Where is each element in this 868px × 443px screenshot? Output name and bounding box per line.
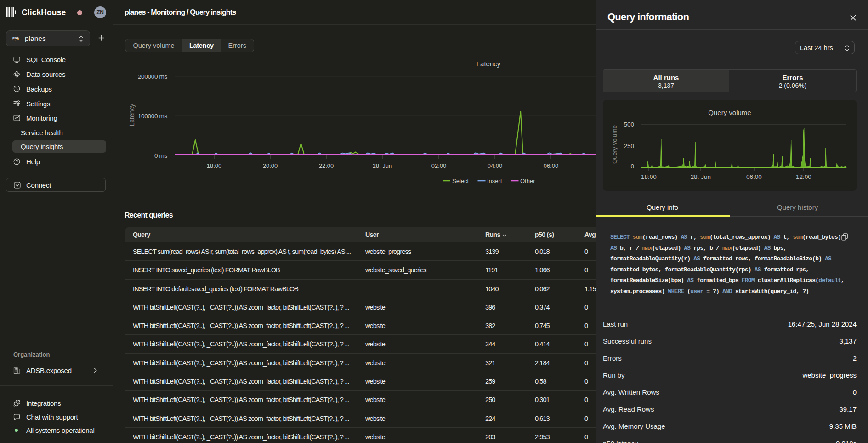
svg-text:18:00: 18:00: [641, 173, 657, 180]
svg-text:0: 0: [630, 163, 634, 170]
svg-text:Query volume: Query volume: [611, 125, 618, 164]
svg-text:12:00: 12:00: [796, 173, 811, 180]
svg-text:Query volume: Query volume: [708, 109, 751, 116]
svg-text:200000 ms: 200000 ms: [138, 73, 168, 80]
svg-text:02:00: 02:00: [431, 162, 447, 169]
svg-text:Insert: Insert: [487, 178, 502, 184]
svg-text:28. Jun: 28. Jun: [691, 173, 711, 180]
svg-text:18:00: 18:00: [207, 162, 222, 169]
svg-text:20:00: 20:00: [263, 162, 278, 169]
svg-text:06:00: 06:00: [746, 173, 762, 180]
svg-text:Latency: Latency: [128, 104, 136, 126]
svg-text:Latency: Latency: [477, 60, 501, 68]
svg-text:22:00: 22:00: [319, 162, 334, 169]
svg-text:aws: aws: [12, 35, 19, 40]
svg-text:04:00: 04:00: [488, 162, 503, 169]
svg-text:Select: Select: [452, 178, 469, 184]
svg-text:0 ms: 0 ms: [154, 152, 168, 159]
svg-text:100000 ms: 100000 ms: [138, 113, 168, 120]
svg-text:500: 500: [624, 121, 634, 128]
svg-text:06:00: 06:00: [544, 162, 559, 169]
svg-text:Other: Other: [520, 178, 535, 184]
svg-text:28. Jun: 28. Jun: [373, 162, 392, 169]
svg-text:250: 250: [624, 143, 634, 150]
